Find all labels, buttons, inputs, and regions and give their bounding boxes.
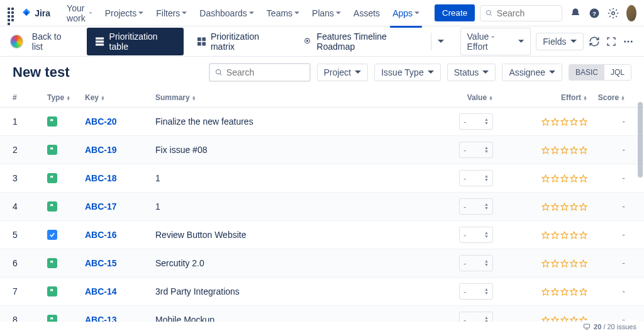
nav-item-plans[interactable]: Plans <box>307 6 346 21</box>
issue-key-link[interactable]: ABC-16 <box>85 230 117 240</box>
star-icon[interactable] <box>570 288 578 296</box>
effort-stars[interactable] <box>493 174 587 183</box>
star-icon[interactable] <box>541 316 550 322</box>
star-icon[interactable] <box>579 203 587 211</box>
query-mode-toggle[interactable]: BASIC JQL <box>569 64 631 81</box>
star-icon[interactable] <box>560 231 569 239</box>
star-icon[interactable] <box>541 259 550 268</box>
view-tab-prioritization-matrix[interactable]: Prioritization matrix <box>189 28 290 55</box>
effort-stars[interactable] <box>493 259 587 268</box>
value-select[interactable]: -▲▼ <box>459 142 493 158</box>
app-switcher-icon[interactable] <box>8 8 14 19</box>
star-icon[interactable] <box>551 203 559 211</box>
star-icon[interactable] <box>560 316 569 322</box>
col-key[interactable]: Key▲▼ <box>85 93 155 102</box>
issue-key-link[interactable]: ABC-14 <box>85 286 117 296</box>
star-icon[interactable] <box>570 203 578 211</box>
settings-icon[interactable] <box>608 4 619 22</box>
col-score[interactable]: Score▲▼ <box>587 93 631 102</box>
table-search[interactable] <box>209 63 311 82</box>
create-button[interactable]: Create <box>435 4 475 21</box>
star-icon[interactable] <box>579 231 587 239</box>
col-type[interactable]: Type▲▼ <box>47 93 85 102</box>
effort-stars[interactable] <box>493 316 587 322</box>
filter-issue-type[interactable]: Issue Type <box>374 64 440 81</box>
nav-item-teams[interactable]: Teams <box>262 6 304 21</box>
fields-dropdown[interactable]: Fields <box>536 33 583 50</box>
col-effort[interactable]: Effort▲▼ <box>493 93 587 102</box>
effort-stars[interactable] <box>493 288 587 296</box>
star-icon[interactable] <box>560 259 569 268</box>
value-select[interactable]: -▲▼ <box>459 227 493 243</box>
star-icon[interactable] <box>560 203 569 211</box>
star-icon[interactable] <box>570 231 578 239</box>
mode-basic[interactable]: BASIC <box>569 65 604 80</box>
issue-key-link[interactable]: ABC-17 <box>85 201 117 212</box>
star-icon[interactable] <box>579 118 587 126</box>
col-num[interactable]: # <box>13 93 47 102</box>
view-tab-prioritization-table[interactable]: Prioritization table <box>87 28 183 55</box>
star-icon[interactable] <box>541 203 550 211</box>
help-icon[interactable]: ? <box>589 4 600 22</box>
filter-assignee[interactable]: Assignee <box>502 64 562 81</box>
mode-jql[interactable]: JQL <box>604 65 631 80</box>
issue-key-link[interactable]: ABC-19 <box>85 145 117 155</box>
jira-logo[interactable]: Jira <box>21 8 50 19</box>
star-icon[interactable] <box>579 146 587 154</box>
col-value[interactable]: Value▲▼ <box>430 93 493 102</box>
star-icon[interactable] <box>541 118 550 126</box>
star-icon[interactable] <box>570 316 578 322</box>
nav-item-apps[interactable]: Apps <box>387 6 425 21</box>
star-icon[interactable] <box>551 259 559 268</box>
col-summary[interactable]: Summary▲▼ <box>155 93 430 102</box>
fullscreen-icon[interactable] <box>605 35 617 48</box>
nav-item-assets[interactable]: Assets <box>348 6 385 21</box>
value-select[interactable]: -▲▼ <box>459 255 493 271</box>
notifications-icon[interactable] <box>570 4 581 22</box>
star-icon[interactable] <box>579 259 587 268</box>
nav-item-projects[interactable]: Projects <box>100 6 149 21</box>
filter-status[interactable]: Status <box>447 64 496 81</box>
global-search-input[interactable] <box>497 8 557 18</box>
more-icon[interactable] <box>622 35 634 48</box>
star-icon[interactable] <box>551 231 559 239</box>
effort-stars[interactable] <box>493 118 587 126</box>
issue-key-link[interactable]: ABC-15 <box>85 258 117 268</box>
value-effort-dropdown[interactable]: Value - Effort <box>460 28 531 55</box>
star-icon[interactable] <box>570 259 578 268</box>
value-select[interactable]: -▲▼ <box>459 170 493 186</box>
issue-key-link[interactable]: ABC-20 <box>85 116 117 127</box>
value-select[interactable]: -▲▼ <box>459 312 493 322</box>
avatar[interactable] <box>626 5 636 21</box>
issue-key-link[interactable]: ABC-18 <box>85 173 117 183</box>
star-icon[interactable] <box>551 146 559 154</box>
star-icon[interactable] <box>560 174 569 183</box>
star-icon[interactable] <box>570 146 578 154</box>
star-icon[interactable] <box>579 174 587 183</box>
nav-item-filters[interactable]: Filters <box>151 6 192 21</box>
view-tab-roadmap[interactable]: Features Timeline Roadmap <box>294 28 424 55</box>
star-icon[interactable] <box>560 288 569 296</box>
star-icon[interactable] <box>551 288 559 296</box>
star-icon[interactable] <box>541 288 550 296</box>
effort-stars[interactable] <box>493 231 587 239</box>
global-search[interactable] <box>480 5 562 21</box>
star-icon[interactable] <box>551 316 559 322</box>
refresh-icon[interactable] <box>589 35 601 48</box>
star-icon[interactable] <box>551 174 559 183</box>
star-icon[interactable] <box>570 118 578 126</box>
star-icon[interactable] <box>551 118 559 126</box>
roadmap-dropdown[interactable] <box>431 33 450 50</box>
scrollbar-thumb[interactable] <box>638 102 643 178</box>
star-icon[interactable] <box>541 174 550 183</box>
star-icon[interactable] <box>579 288 587 296</box>
star-icon[interactable] <box>560 146 569 154</box>
effort-stars[interactable] <box>493 203 587 211</box>
star-icon[interactable] <box>541 231 550 239</box>
star-icon[interactable] <box>570 174 578 183</box>
nav-item-dashboards[interactable]: Dashboards <box>194 6 259 21</box>
back-to-list-link[interactable]: Back to list <box>32 31 72 52</box>
issue-key-link[interactable]: ABC-13 <box>85 315 117 322</box>
filter-project[interactable]: Project <box>317 64 369 81</box>
star-icon[interactable] <box>560 118 569 126</box>
